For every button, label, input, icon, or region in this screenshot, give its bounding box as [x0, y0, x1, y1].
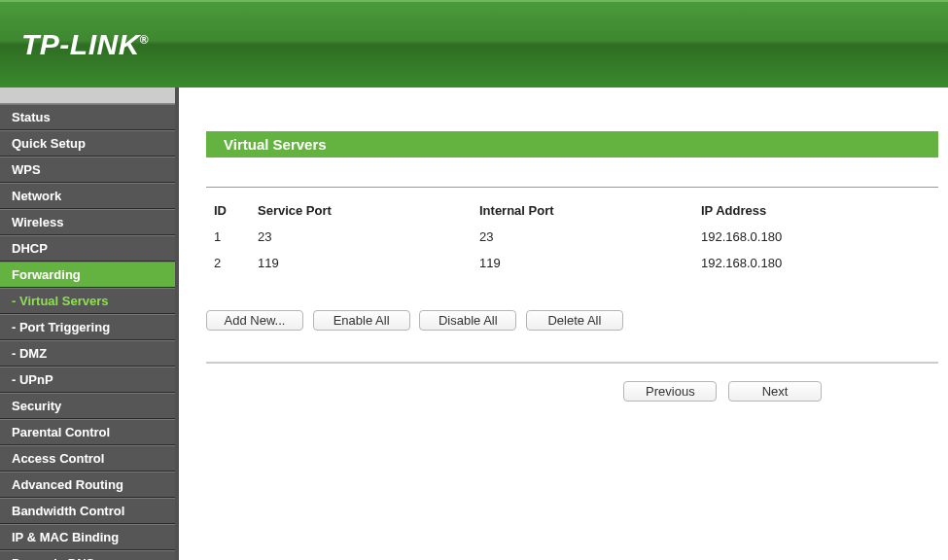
- nav-access-control[interactable]: Access Control: [0, 445, 175, 472]
- nav-status[interactable]: Status: [0, 104, 175, 130]
- nav-forwarding[interactable]: Forwarding: [0, 262, 175, 288]
- main-container: Status Quick Setup WPS Network Wireless …: [0, 88, 948, 560]
- action-buttons: Add New... Enable All Disable All Delete…: [206, 310, 938, 331]
- page-title: Virtual Servers: [206, 131, 938, 158]
- nav-ip-mac-binding[interactable]: IP & MAC Binding: [0, 524, 175, 550]
- col-service-port: Service Port: [250, 197, 472, 224]
- virtual-servers-table: ID Service Port Internal Port IP Address…: [206, 197, 938, 276]
- col-internal-port: Internal Port: [472, 197, 693, 224]
- disable-all-button[interactable]: Disable All: [419, 310, 516, 331]
- nav-dhcp[interactable]: DHCP: [0, 235, 175, 262]
- cell-id: 1: [206, 224, 250, 250]
- cell-service-port: 119: [250, 250, 472, 276]
- previous-button[interactable]: Previous: [623, 381, 717, 402]
- subnav-port-triggering[interactable]: - Port Triggering: [0, 314, 175, 340]
- cell-internal-port: 119: [472, 250, 693, 276]
- cell-ip: 192.168.0.180: [693, 250, 938, 276]
- next-button[interactable]: Next: [728, 381, 822, 402]
- brand-name: TP-LINK: [21, 28, 140, 60]
- nav-network[interactable]: Network: [0, 183, 175, 209]
- brand-logo: TP-LINK®: [21, 28, 149, 61]
- table-row: 2 119 119 192.168.0.180: [206, 250, 938, 276]
- brand-reg: ®: [140, 33, 149, 47]
- cell-ip: 192.168.0.180: [693, 224, 938, 250]
- delete-all-button[interactable]: Delete All: [526, 310, 623, 331]
- sidebar-spacer: [0, 88, 175, 104]
- header: TP-LINK®: [0, 0, 948, 88]
- nav-wps[interactable]: WPS: [0, 157, 175, 183]
- nav-parental-control[interactable]: Parental Control: [0, 419, 175, 445]
- table-row: 1 23 23 192.168.0.180: [206, 224, 938, 250]
- nav-dynamic-dns[interactable]: Dynamic DNS: [0, 550, 175, 560]
- separator-bottom: [206, 362, 938, 364]
- nav-security[interactable]: Security: [0, 393, 175, 419]
- cell-internal-port: 23: [472, 224, 693, 250]
- cell-id: 2: [206, 250, 250, 276]
- subnav-virtual-servers[interactable]: - Virtual Servers: [0, 288, 175, 314]
- table-header-row: ID Service Port Internal Port IP Address: [206, 197, 938, 224]
- content-area: Virtual Servers ID Service Port Internal…: [179, 88, 948, 560]
- pagination: Previous Next: [206, 381, 938, 402]
- nav-advanced-routing[interactable]: Advanced Routing: [0, 472, 175, 498]
- col-ip-address: IP Address: [693, 197, 938, 224]
- sidebar: Status Quick Setup WPS Network Wireless …: [0, 88, 179, 560]
- add-new-button[interactable]: Add New...: [206, 310, 303, 331]
- subnav-upnp[interactable]: - UPnP: [0, 367, 175, 393]
- nav-bandwidth-control[interactable]: Bandwidth Control: [0, 498, 175, 524]
- col-id: ID: [206, 197, 250, 224]
- subnav-dmz[interactable]: - DMZ: [0, 340, 175, 367]
- nav-quick-setup[interactable]: Quick Setup: [0, 130, 175, 157]
- nav-wireless[interactable]: Wireless: [0, 209, 175, 235]
- enable-all-button[interactable]: Enable All: [313, 310, 410, 331]
- cell-service-port: 23: [250, 224, 472, 250]
- separator-top: [206, 187, 938, 188]
